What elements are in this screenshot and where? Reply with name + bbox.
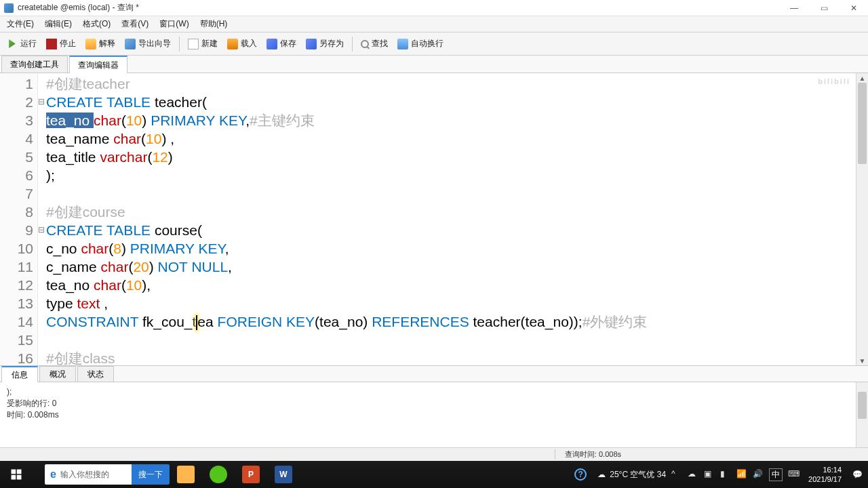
onedrive-icon[interactable]: ☁ xyxy=(688,469,698,480)
fold-marker[interactable]: ⊟ xyxy=(38,93,45,111)
tab-status[interactable]: 状态 xyxy=(77,366,114,382)
word-icon: W xyxy=(275,466,292,483)
ime-indicator[interactable]: 中 xyxy=(769,468,783,481)
code-line[interactable]: tea_no char(10) PRIMARY KEY,#主键约束 xyxy=(45,111,856,129)
scroll-up-icon[interactable]: ▲ xyxy=(856,73,868,83)
battery-icon[interactable]: ▮ xyxy=(720,469,731,480)
menu-format[interactable]: 格式(O) xyxy=(79,17,115,31)
close-button[interactable]: ✕ xyxy=(844,1,864,15)
line-number: 11 xyxy=(0,258,33,276)
menu-file[interactable]: 文件(E) xyxy=(3,17,38,31)
result-line: 受影响的行: 0 xyxy=(7,398,849,409)
fold-marker xyxy=(38,75,45,93)
taskbar-weather[interactable]: ☁ 25°C 空气优 34 xyxy=(592,461,671,488)
line-number: 10 xyxy=(0,239,33,258)
scroll-thumb[interactable] xyxy=(858,392,867,419)
volume-icon[interactable]: 🔊 xyxy=(753,469,764,480)
tab-profile[interactable]: 概况 xyxy=(39,366,76,382)
keyboard-icon[interactable]: ⌨ xyxy=(788,469,799,480)
code-line[interactable]: #创建course xyxy=(45,203,856,221)
line-number: 6 xyxy=(0,166,33,184)
load-button[interactable]: 载入 xyxy=(223,36,261,52)
code-line[interactable]: CREATE TABLE teacher( xyxy=(45,93,856,111)
save-button[interactable]: 保存 xyxy=(262,36,300,52)
save-as-button[interactable]: 另存为 xyxy=(302,36,348,52)
notification-icon: 💬 xyxy=(852,470,863,479)
code-area[interactable]: #创建teacherCREATE TABLE teacher(tea_no ch… xyxy=(45,73,856,365)
result-scrollbar[interactable] xyxy=(856,382,868,447)
line-number: 5 xyxy=(0,148,33,166)
menu-edit[interactable]: 编辑(E) xyxy=(41,17,76,31)
code-line[interactable]: #创建class xyxy=(45,349,856,365)
find-icon xyxy=(361,40,369,48)
line-number: 9 xyxy=(0,221,33,239)
taskbar-app-wechat[interactable] xyxy=(202,461,235,488)
menu-view[interactable]: 查看(V) xyxy=(117,17,153,31)
fold-marker[interactable]: ⊟ xyxy=(38,221,45,239)
menu-help[interactable]: 帮助(H) xyxy=(196,17,232,31)
toolbar: 运行 停止 解释 导出向导 新建 载入 保存 另存为 查找 自动换行 xyxy=(0,33,868,56)
folder-icon xyxy=(177,466,195,483)
load-icon xyxy=(227,39,238,49)
code-line[interactable] xyxy=(45,331,856,349)
start-button[interactable] xyxy=(0,461,33,488)
run-button[interactable]: 运行 xyxy=(3,36,41,52)
find-button[interactable]: 查找 xyxy=(357,36,392,52)
wrap-icon xyxy=(397,39,408,49)
code-line[interactable]: type text , xyxy=(45,294,856,312)
code-editor[interactable]: bilibili 12345678910111213141516 ⊟⊟ #创建t… xyxy=(0,73,868,366)
tab-query-editor[interactable]: 查询编辑器 xyxy=(69,56,127,73)
notification-button[interactable]: 💬 xyxy=(847,461,868,488)
taskbar-app-explorer[interactable] xyxy=(170,461,202,488)
tab-info[interactable]: 信息 xyxy=(1,366,38,382)
fold-marker xyxy=(38,349,45,366)
code-line[interactable]: c_name char(20) NOT NULL, xyxy=(45,258,856,276)
chevron-up-icon[interactable]: ^ xyxy=(671,469,682,480)
result-output[interactable]: ); 受影响的行: 0 时间: 0.008ms xyxy=(0,382,856,447)
line-number: 7 xyxy=(0,184,33,203)
wrap-button[interactable]: 自动换行 xyxy=(393,36,448,52)
taskbar-app[interactable] xyxy=(33,461,43,488)
line-number: 2 xyxy=(0,93,33,111)
fold-marker xyxy=(38,148,45,166)
code-line[interactable]: tea_title varchar(12) xyxy=(45,148,856,166)
fold-marker xyxy=(38,111,45,129)
taskbar-app-powerpoint[interactable]: P xyxy=(235,461,267,488)
scroll-thumb[interactable] xyxy=(858,83,867,164)
code-line[interactable]: c_no char(8) PRIMARY KEY, xyxy=(45,239,856,258)
app-icon xyxy=(4,3,14,13)
maximize-button[interactable]: ▭ xyxy=(814,1,834,15)
svg-rect-0 xyxy=(12,470,16,474)
stop-icon xyxy=(46,39,57,49)
result-line: 时间: 0.008ms xyxy=(7,409,849,421)
line-number: 12 xyxy=(0,276,33,294)
code-line[interactable]: tea_name char(10) , xyxy=(45,129,856,148)
code-line[interactable]: CONSTRAINT fk_cou_tea FOREIGN KEY(tea_no… xyxy=(45,312,856,331)
editor-scrollbar[interactable]: ▲ ▼ xyxy=(856,73,868,365)
taskbar-search-button[interactable]: 搜一下 xyxy=(132,464,170,485)
taskbar-app-word[interactable]: W xyxy=(267,461,300,488)
taskbar-help[interactable]: ? xyxy=(569,461,592,488)
explain-button[interactable]: 解释 xyxy=(81,36,119,52)
fold-column[interactable]: ⊟⊟ xyxy=(38,73,45,365)
export-wizard-button[interactable]: 导出向导 xyxy=(121,36,175,52)
minimize-button[interactable]: — xyxy=(784,1,804,15)
code-line[interactable]: #创建teacher xyxy=(45,75,856,93)
code-line[interactable]: CREATE TABLE course( xyxy=(45,221,856,239)
fold-marker xyxy=(38,239,45,258)
tab-query-builder[interactable]: 查询创建工具 xyxy=(1,56,68,73)
stop-button[interactable]: 停止 xyxy=(42,36,80,52)
taskbar-search[interactable]: e 输入你想搜的 xyxy=(45,464,133,485)
menu-window[interactable]: 窗口(W) xyxy=(155,17,193,31)
tray-icon[interactable]: ▣ xyxy=(704,469,715,480)
ie-icon: e xyxy=(50,468,56,481)
new-button[interactable]: 新建 xyxy=(184,36,222,52)
wifi-icon[interactable]: 📶 xyxy=(736,469,747,480)
taskbar-clock[interactable]: 16:14 2021/9/17 xyxy=(803,465,847,484)
svg-rect-3 xyxy=(17,475,22,480)
code-line[interactable]: tea_no char(10), xyxy=(45,276,856,294)
code-line[interactable] xyxy=(45,184,856,203)
system-tray[interactable]: ^ ☁ ▣ ▮ 📶 🔊 中 ⌨ xyxy=(671,468,803,481)
scroll-down-icon[interactable]: ▼ xyxy=(856,356,868,365)
code-line[interactable]: ); xyxy=(45,166,856,184)
